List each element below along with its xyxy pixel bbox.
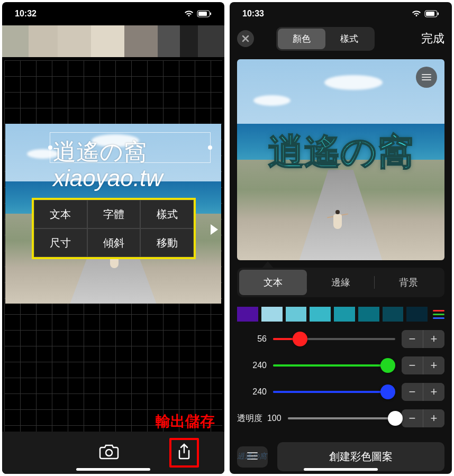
slider-green: 240 − + xyxy=(230,352,452,379)
slider-blue-track[interactable] xyxy=(273,385,395,399)
left-screenshot: 10:32 逍遙の窩 xiaoyao.tw 文本 字體 樣式 尺寸 傾斜 移動 xyxy=(2,2,224,474)
close-button[interactable] xyxy=(237,30,254,47)
slider-green-value: 240 xyxy=(237,361,267,370)
wifi-icon xyxy=(412,10,421,17)
palette-line-b xyxy=(433,317,444,319)
ad-banner xyxy=(2,25,224,57)
swatch-1[interactable] xyxy=(261,307,283,322)
tab-edge[interactable]: 邊緣 xyxy=(307,270,375,295)
wifi-icon xyxy=(184,10,194,17)
pointer-indicator-icon xyxy=(261,261,274,269)
stepper-green-minus[interactable]: − xyxy=(402,356,423,374)
slider-blue-value: 240 xyxy=(237,387,267,397)
option-style[interactable]: 樣式 xyxy=(140,200,194,228)
preview-text[interactable]: 逍遙の窩 xyxy=(237,128,444,176)
battery-icon xyxy=(197,10,212,17)
segment-control: 顏色 樣式 xyxy=(276,27,375,51)
preview-menu-button[interactable] xyxy=(416,67,437,88)
option-size[interactable]: 尺寸 xyxy=(34,228,87,257)
slider-blue: 240 − + xyxy=(230,379,452,405)
svg-rect-6 xyxy=(438,13,439,15)
option-tilt[interactable]: 傾斜 xyxy=(87,228,141,257)
stepper-alpha-minus[interactable]: − xyxy=(402,409,423,427)
share-button[interactable] xyxy=(169,438,199,468)
battery-icon xyxy=(424,10,439,17)
create-color-pattern-button[interactable]: 創建彩色圖案 xyxy=(277,442,444,471)
text-overlay-title[interactable]: 逍遙の窩 xyxy=(53,136,147,168)
stepper-red: − + xyxy=(402,330,444,348)
stepper-alpha: − + xyxy=(402,409,444,427)
swatch-0[interactable] xyxy=(237,307,258,322)
canvas-image[interactable]: 逍遙の窩 xiaoyao.tw 文本 字體 樣式 尺寸 傾斜 移動 xyxy=(5,124,221,304)
create-row: 創建彩色圖案 xyxy=(237,442,444,471)
swatch-4[interactable] xyxy=(334,307,355,322)
swatch-5[interactable] xyxy=(358,307,379,322)
svg-rect-2 xyxy=(210,13,211,15)
stepper-green: − + xyxy=(402,356,444,374)
sub-tabs: 文本 邊緣 背景 xyxy=(237,268,444,297)
tab-text[interactable]: 文本 xyxy=(239,270,307,295)
stepper-blue-minus[interactable]: − xyxy=(402,383,423,401)
stepper-alpha-plus[interactable]: + xyxy=(423,409,444,427)
stepper-blue-plus[interactable]: + xyxy=(423,383,444,401)
swatch-2[interactable] xyxy=(286,307,307,322)
home-indicator[interactable] xyxy=(76,468,150,471)
camera-icon[interactable] xyxy=(99,443,119,462)
slider-red-value: 56 xyxy=(237,334,267,344)
stepper-red-minus[interactable]: − xyxy=(402,330,423,348)
text-options-menu: 文本 字體 樣式 尺寸 傾斜 移動 xyxy=(32,198,196,259)
swatch-6[interactable] xyxy=(383,307,404,322)
watermark-text: 逍遙の窩 xyxy=(237,452,267,461)
preview-image[interactable]: 逍遙の窩 xyxy=(237,59,444,260)
slider-alpha: 透明度 100 − + xyxy=(230,405,452,432)
slider-green-track[interactable] xyxy=(273,358,395,373)
color-palette xyxy=(237,307,444,322)
option-text[interactable]: 文本 xyxy=(34,200,87,228)
svg-rect-5 xyxy=(426,12,434,16)
close-icon xyxy=(242,35,249,42)
palette-line-r xyxy=(433,310,444,312)
tab-background[interactable]: 背景 xyxy=(375,270,442,295)
svg-rect-1 xyxy=(198,12,207,16)
text-overlay-url[interactable]: xiaoyao.tw xyxy=(53,165,163,191)
svg-point-3 xyxy=(106,450,112,456)
stepper-blue: − + xyxy=(402,383,444,401)
status-time: 10:32 xyxy=(15,9,37,19)
slider-alpha-label: 透明度 100 xyxy=(237,413,282,424)
slider-red: 56 − + xyxy=(230,326,452,352)
stepper-green-plus[interactable]: + xyxy=(423,356,444,374)
export-annotation: 輸出儲存 xyxy=(156,411,215,432)
right-screenshot: 10:33 顏色 樣式 完成 逍遙の窩 文本 xyxy=(230,2,452,474)
hamburger-icon xyxy=(421,74,432,81)
top-bar: 顏色 樣式 完成 xyxy=(230,25,452,52)
swatch-3[interactable] xyxy=(310,307,331,322)
slider-red-track[interactable] xyxy=(273,332,395,346)
status-bar: 10:33 xyxy=(230,2,452,25)
palette-line-g xyxy=(433,314,444,315)
slider-alpha-track[interactable] xyxy=(288,411,395,426)
home-indicator[interactable] xyxy=(304,468,378,471)
option-font[interactable]: 字體 xyxy=(87,200,141,228)
option-move[interactable]: 移動 xyxy=(140,228,194,257)
status-bar: 10:32 xyxy=(2,2,224,25)
bottom-toolbar xyxy=(2,432,224,474)
done-button[interactable]: 完成 xyxy=(421,31,444,47)
seg-color[interactable]: 顏色 xyxy=(278,29,325,49)
stepper-red-plus[interactable]: + xyxy=(423,330,444,348)
next-arrow-icon[interactable] xyxy=(211,224,218,235)
status-time: 10:33 xyxy=(242,9,264,19)
palette-more-button[interactable] xyxy=(431,310,444,319)
swatch-7[interactable] xyxy=(406,307,428,322)
seg-style[interactable]: 樣式 xyxy=(325,29,373,49)
